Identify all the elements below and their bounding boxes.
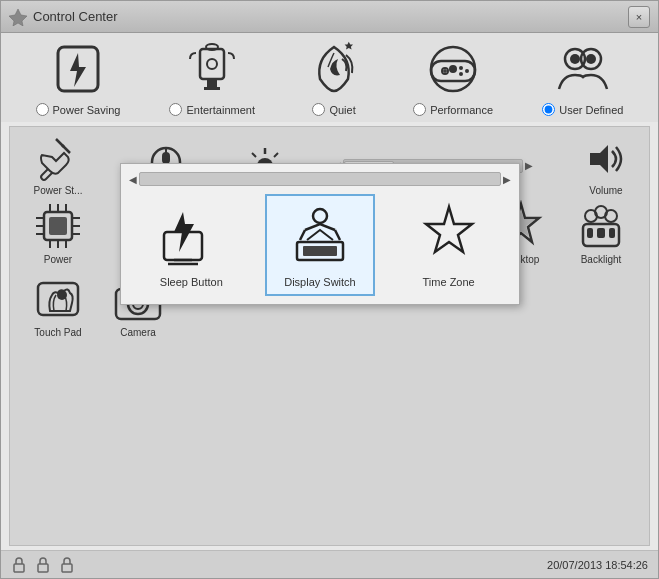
svg-rect-78	[62, 564, 72, 572]
sleep-button-label: Sleep Button	[160, 276, 223, 288]
user-defined-radio-row: User Defined	[542, 103, 623, 116]
popup-dialog: ◀ ▶ Sleep Button	[120, 163, 520, 305]
lock-icon-1	[11, 557, 27, 573]
power-status-label: Power St...	[34, 185, 83, 196]
display-switch-icon	[285, 202, 355, 272]
backlight-item[interactable]: Backlight	[561, 200, 641, 265]
svg-rect-77	[38, 564, 48, 572]
volume-icon	[582, 135, 630, 183]
svg-point-72	[313, 209, 327, 223]
entertainment-label: Entertainment	[186, 104, 254, 116]
statusbar: 20/07/2013 18:54:26	[1, 550, 658, 578]
sleep-button-icon	[156, 202, 226, 272]
svg-rect-51	[49, 217, 67, 235]
svg-line-24	[56, 139, 64, 147]
user-defined-icon	[553, 39, 613, 99]
power-saving-radio-row: Power Saving	[36, 103, 121, 116]
quiet-radio[interactable]	[312, 103, 325, 116]
power-item[interactable]: Power	[18, 200, 98, 265]
volume-item[interactable]: Volume	[571, 135, 641, 196]
svg-rect-58	[587, 228, 593, 238]
svg-point-18	[459, 72, 463, 76]
popup-track[interactable]	[139, 172, 501, 186]
entertainment-icon	[182, 39, 242, 99]
profile-row: Power Saving Entertainment	[1, 33, 658, 122]
svg-marker-37	[590, 145, 608, 173]
svg-rect-76	[14, 564, 24, 572]
popup-scrollbar-row: ◀ ▶	[129, 172, 511, 186]
touchpad-icon	[32, 273, 84, 325]
svg-line-33	[252, 153, 256, 157]
svg-point-16	[459, 66, 463, 70]
power-saving-radio[interactable]	[36, 103, 49, 116]
entertainment-radio[interactable]	[169, 103, 182, 116]
svg-marker-9	[345, 42, 353, 50]
svg-point-11	[449, 65, 457, 73]
power-saving-label: Power Saving	[53, 104, 121, 116]
svg-point-17	[465, 69, 469, 73]
app-icon	[9, 8, 27, 26]
popup-scroll-left[interactable]: ◀	[129, 174, 137, 185]
svg-line-35	[274, 153, 278, 157]
quiet-icon	[304, 39, 364, 99]
main-window: Control Center × Power Saving	[0, 0, 659, 579]
time-zone-icon	[414, 202, 484, 272]
popup-sleep-button[interactable]: Sleep Button	[136, 194, 246, 296]
window-title: Control Center	[33, 9, 118, 24]
svg-point-57	[605, 210, 617, 222]
svg-marker-0	[9, 9, 27, 26]
svg-rect-74	[303, 246, 337, 256]
quiet-radio-row: Quiet	[312, 103, 355, 116]
titlebar: Control Center ×	[1, 1, 658, 33]
profile-performance[interactable]: Performance	[413, 39, 493, 116]
display-switch-label: Display Switch	[284, 276, 356, 288]
svg-rect-27	[162, 152, 170, 164]
scroll-right-arrow[interactable]: ▶	[525, 160, 533, 171]
lock-icon-3	[59, 557, 75, 573]
entertainment-radio-row: Entertainment	[169, 103, 254, 116]
lock-icons	[11, 557, 75, 573]
backlight-label: Backlight	[581, 254, 622, 265]
svg-rect-59	[597, 228, 605, 238]
profile-user-defined[interactable]: User Defined	[542, 39, 623, 116]
power-plug-item[interactable]: Power St...	[18, 135, 98, 196]
profile-quiet[interactable]: Quiet	[304, 39, 364, 116]
svg-point-6	[206, 44, 218, 50]
svg-marker-75	[426, 207, 472, 252]
popup-time-zone[interactable]: Time Zone	[394, 194, 504, 296]
touchpad-label: Touch Pad	[34, 327, 81, 338]
svg-rect-5	[207, 79, 217, 87]
performance-radio-row: Performance	[413, 103, 493, 116]
titlebar-left: Control Center	[9, 8, 118, 26]
lock-icon-2	[35, 557, 51, 573]
performance-radio[interactable]	[413, 103, 426, 116]
svg-point-22	[586, 54, 596, 64]
main-area: Power St...	[9, 126, 650, 546]
quiet-label: Quiet	[329, 104, 355, 116]
popup-grid: Sleep Button Display Switch	[129, 194, 511, 296]
user-defined-label: User Defined	[559, 104, 623, 116]
performance-label: Performance	[430, 104, 493, 116]
profile-entertainment[interactable]: Entertainment	[169, 39, 254, 116]
power-saving-icon	[48, 39, 108, 99]
svg-point-21	[570, 54, 580, 64]
power-plug-icon	[34, 135, 82, 183]
power-chip-icon	[32, 200, 84, 252]
svg-marker-2	[70, 53, 86, 87]
volume-label: Volume	[589, 185, 622, 196]
close-button[interactable]: ×	[628, 6, 650, 28]
touchpad-item[interactable]: Touch Pad	[18, 273, 98, 338]
svg-point-4	[207, 59, 217, 69]
backlight-icon	[575, 200, 627, 252]
user-defined-radio[interactable]	[542, 103, 555, 116]
performance-icon	[423, 39, 483, 99]
popup-display-switch[interactable]: Display Switch	[265, 194, 375, 296]
popup-scroll-right[interactable]: ▶	[503, 174, 511, 185]
time-zone-label: Time Zone	[423, 276, 475, 288]
power-label: Power	[44, 254, 72, 265]
svg-rect-3	[200, 49, 224, 79]
svg-rect-7	[204, 87, 220, 90]
svg-rect-60	[609, 228, 615, 238]
profile-power-saving[interactable]: Power Saving	[36, 39, 121, 116]
camera-label: Camera	[120, 327, 156, 338]
